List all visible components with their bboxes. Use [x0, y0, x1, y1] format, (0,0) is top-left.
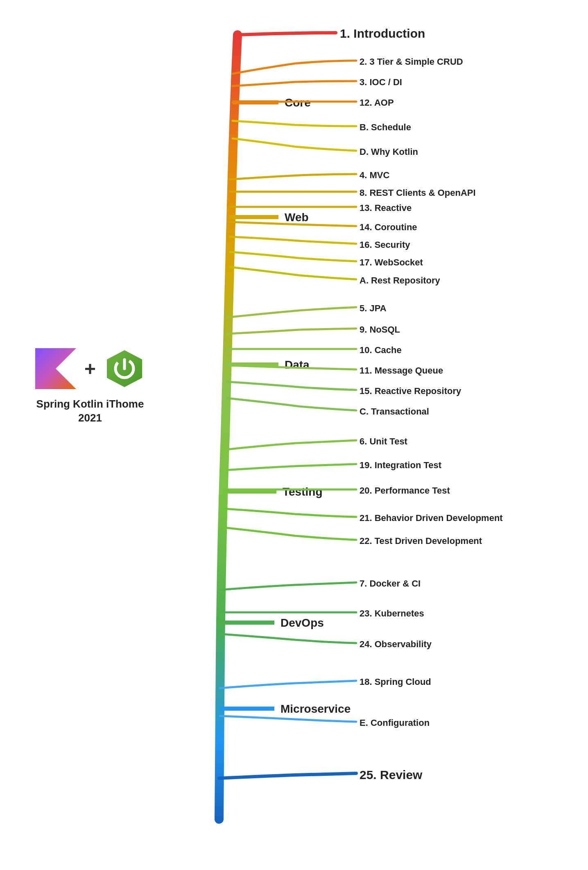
data-label: Data: [285, 358, 310, 371]
web-label: Web: [285, 211, 309, 224]
item-test-3: 20. Performance Test: [360, 485, 450, 496]
item-data-4: 11. Message Queue: [360, 365, 443, 376]
devops-label: DevOps: [280, 616, 324, 629]
microservice-label: Microservice: [280, 702, 351, 715]
mindmap: 1. Introduction Core 2. 3 Tier & Simple …: [0, 0, 588, 870]
item-devops-1: 7. Docker & CI: [360, 578, 421, 589]
item-core-3: 12. AOP: [360, 97, 394, 108]
item-web-5: 16. Security: [360, 240, 410, 250]
item-web-7: A. Rest Repository: [360, 275, 441, 285]
item-devops-2: 23. Kubernetes: [360, 608, 424, 619]
item-core-1: 2. 3 Tier & Simple CRUD: [360, 57, 463, 67]
item-devops-3: 24. Observability: [360, 639, 432, 649]
item-web-4: 14. Coroutine: [360, 222, 417, 232]
item-web-2: 8. REST Clients & OpenAPI: [360, 188, 476, 198]
item-test-2: 19. Integration Test: [360, 460, 442, 470]
item-test-1: 6. Unit Test: [360, 436, 408, 446]
item-data-5: 15. Reactive Repository: [360, 386, 461, 396]
review-label: 25. Review: [360, 768, 423, 782]
item-micro-1: 18. Spring Cloud: [360, 677, 431, 687]
item-core-2: 3. IOC / DI: [360, 77, 402, 87]
item-micro-2: E. Configuration: [360, 718, 430, 728]
item-test-5: 22. Test Driven Development: [360, 536, 482, 546]
item-core-4: B. Schedule: [360, 122, 411, 132]
item-web-3: 13. Reactive: [360, 203, 412, 213]
item-test-4: 21. Behavior Driven Development: [360, 513, 503, 523]
item-core-5: D. Why Kotlin: [360, 147, 418, 157]
item-web-1: 4. MVC: [360, 170, 389, 180]
item-data-1: 5. JPA: [360, 303, 387, 313]
item-web-6: 17. WebSocket: [360, 257, 423, 267]
testing-label: Testing: [283, 485, 322, 498]
item-data-6: C. Transactional: [360, 406, 429, 417]
item-data-3: 10. Cache: [360, 345, 402, 355]
root-label: 1. Introduction: [340, 27, 425, 40]
item-data-2: 9. NoSQL: [360, 324, 400, 335]
